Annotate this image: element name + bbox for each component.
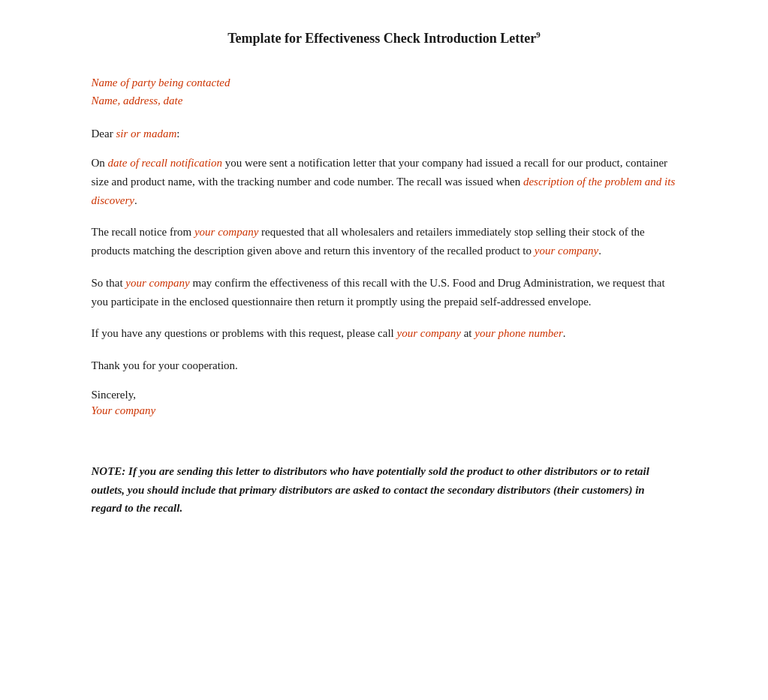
paragraph-2: The recall notice from your company requ… (92, 223, 677, 260)
note-block: NOTE: If you are sending this letter to … (92, 462, 677, 518)
page-title: Template for Effectiveness Check Introdu… (92, 30, 677, 47)
contact-line-2: Name, address, date (92, 92, 677, 110)
contact-line-1: Name of party being contacted (92, 74, 677, 92)
signature-block: Your company (92, 404, 677, 417)
page-container: Template for Effectiveness Check Introdu… (47, 0, 722, 563)
paragraph-1: On date of recall notification you were … (92, 154, 677, 209)
closing-word: Sincerely, (92, 389, 677, 401)
paragraph-4: If you have any questions or problems wi… (92, 324, 677, 343)
paragraph-5: Thank you for your cooperation. (92, 356, 677, 375)
salutation-line: Dear sir or madam: (92, 128, 677, 140)
contact-block: Name of party being contacted Name, addr… (92, 74, 677, 110)
paragraph-3: So that your company may confirm the eff… (92, 274, 677, 311)
